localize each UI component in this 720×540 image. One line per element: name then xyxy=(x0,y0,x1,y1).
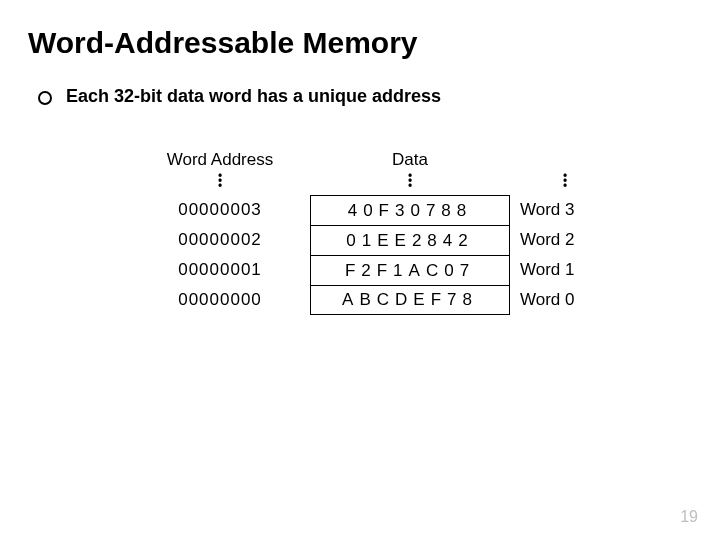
table-row: 00000003 40F30788 Word 3 xyxy=(140,195,610,225)
data-cell: 40F30788 xyxy=(310,195,510,225)
data-cell: F2F1AC07 xyxy=(310,255,510,285)
header-address: Word Address xyxy=(140,150,300,170)
bullet-icon xyxy=(38,91,52,105)
address-cell: 00000000 xyxy=(140,290,300,310)
bullet-item: Each 32-bit data word has a unique addre… xyxy=(38,86,441,107)
bullet-text: Each 32-bit data word has a unique addre… xyxy=(66,86,441,107)
vdots-icon: ••• xyxy=(140,174,300,189)
vdots-icon: ••• xyxy=(310,174,510,189)
diagram-headers: Word Address Data xyxy=(140,150,610,170)
page-number: 19 xyxy=(680,508,698,526)
data-cell: 01EE2842 xyxy=(310,225,510,255)
header-data: Data xyxy=(310,150,510,170)
memory-diagram: Word Address Data ••• ••• ••• 00000003 4… xyxy=(140,150,610,315)
address-cell: 00000001 xyxy=(140,260,300,280)
address-cell: 00000003 xyxy=(140,200,300,220)
table-row: 00000002 01EE2842 Word 2 xyxy=(140,225,610,255)
data-cell: ABCDEF78 xyxy=(310,285,510,315)
table-row: 00000000 ABCDEF78 Word 0 xyxy=(140,285,610,315)
word-label: Word 3 xyxy=(520,200,610,220)
slide-title: Word-Addressable Memory xyxy=(28,26,418,60)
slide: Word-Addressable Memory Each 32-bit data… xyxy=(0,0,720,540)
word-label: Word 0 xyxy=(520,290,610,310)
vdots-row: ••• ••• ••• xyxy=(140,174,610,189)
table-row: 00000001 F2F1AC07 Word 1 xyxy=(140,255,610,285)
word-label: Word 1 xyxy=(520,260,610,280)
address-cell: 00000002 xyxy=(140,230,300,250)
vdots-icon: ••• xyxy=(520,174,610,189)
word-label: Word 2 xyxy=(520,230,610,250)
